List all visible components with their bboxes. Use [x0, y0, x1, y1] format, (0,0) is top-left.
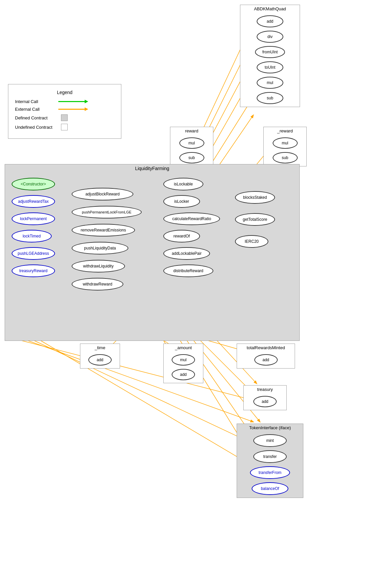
abdk-nodes: add div fromUInt toUInt mul sub	[240, 13, 300, 107]
calculaterewardratio-node: calculateRewardRatio	[163, 212, 220, 225]
svg-line-27	[27, 340, 253, 422]
totalrewardsminted-nodes: add	[237, 352, 295, 368]
legend-undefined-sample	[61, 124, 68, 130]
_time-contract-box: _time add	[80, 344, 120, 369]
_amount-title: _amount	[164, 344, 203, 352]
reward-nodes: mul sub	[170, 135, 213, 166]
ierc20-node: IERC20	[235, 235, 268, 248]
withdrawreward-node: withdrawReward	[72, 278, 123, 290]
removerewardemissions-node: removeRewardEmissions	[72, 224, 135, 236]
reward-contract-box: reward mul sub	[170, 127, 213, 166]
_amount-add-node: add	[172, 369, 195, 380]
abdk-add-node: add	[257, 15, 283, 27]
constructor-node: <Constructor>	[12, 178, 55, 190]
pushliquiditydata-node: pushLiquidityData	[72, 242, 128, 254]
tokeninterface-transferfrom-node: transferFrom	[250, 466, 290, 479]
tokeninterface-contract-box: TokenInterface (iface) mint transfer tra…	[237, 424, 303, 498]
treasury-add-node: add	[253, 396, 277, 407]
withdrawliquidity-node: withdrawLiquidity	[72, 260, 125, 272]
_reward-nodes: mul sub	[264, 135, 306, 166]
treasury-contract-box: treasury add	[243, 385, 287, 410]
reward-sub-node: sub	[179, 152, 204, 163]
reward-title: reward	[170, 127, 213, 135]
treasury-title: treasury	[244, 386, 286, 393]
_reward-title: _reward	[264, 127, 306, 135]
_reward-mul-node: mul	[273, 137, 298, 149]
diagram-container: Legend Internal Call ▶ External Call ▶ D…	[0, 0, 372, 588]
lf-title: LiquidityFarming	[5, 164, 299, 172]
_time-title: _time	[80, 344, 120, 352]
abdk-div-node: div	[257, 31, 283, 43]
abdk-fromuint-node: fromUInt	[255, 46, 285, 58]
liquidity-farming-container: LiquidityFarming <Constructor> adjustRew…	[5, 164, 300, 341]
adjustblockreward-node: adjustBlockReward	[72, 188, 133, 200]
legend-defined-label: Defined Contract	[15, 115, 58, 120]
legend-title: Legend	[15, 90, 114, 95]
lockpermanent-node: lockPermanent	[12, 212, 55, 225]
tokeninterface-mint-node: mint	[253, 434, 287, 447]
_amount-nodes: mul add	[164, 352, 203, 383]
legend-box: Legend Internal Call ▶ External Call ▶ D…	[8, 84, 121, 139]
treasuryreward-node: treasuryReward	[12, 264, 55, 277]
svg-line-28	[20, 340, 253, 400]
distributereward-node: distributeReward	[163, 264, 213, 277]
reward-mul-node: mul	[179, 137, 204, 149]
legend-undefined-contract: Undefined Contract	[15, 124, 114, 130]
totalrewardsminted-title: totalRewardsMinted	[237, 344, 295, 352]
_amount-contract-box: _amount mul add	[163, 344, 203, 383]
legend-undefined-label: Undefined Contract	[15, 125, 58, 130]
_time-nodes: add	[80, 352, 120, 368]
abdk-sub-node: sub	[257, 92, 283, 104]
tokeninterface-balanceof-node: balanceOf	[252, 482, 288, 495]
pushpermanentlockfromlge-node: pushPermanentLockFromLGE	[72, 206, 142, 218]
locktimed-node: lockTimed	[12, 230, 52, 242]
rewardof-node: rewardOf	[163, 230, 200, 242]
addlockablepair-node: addLockablePair	[163, 247, 210, 260]
tokeninterface-title: TokenInterface (iface)	[237, 424, 303, 432]
legend-defined-sample	[61, 114, 68, 121]
adjustrewardtax-node: adjustRewardTax	[12, 195, 55, 208]
legend-internal-call: Internal Call ▶	[15, 99, 114, 104]
svg-line-26	[40, 340, 260, 470]
legend-defined-contract: Defined Contract	[15, 114, 114, 121]
islocker-node: isLocker	[163, 195, 200, 208]
abdk-contract-box: ABDKMathQuad add div fromUInt toUInt mul…	[240, 5, 300, 107]
abdk-title: ABDKMathQuad	[240, 5, 300, 13]
pushlgeaddress-node: pushLGEAddress	[12, 247, 55, 260]
treasury-nodes: add	[244, 393, 286, 410]
_time-add-node: add	[88, 354, 112, 366]
svg-line-25	[33, 340, 260, 447]
islockable-node: isLockable	[163, 178, 203, 190]
totalrewardsminted-contract-box: totalRewardsMinted add	[237, 344, 295, 369]
_reward-sub-node: sub	[273, 152, 298, 163]
_amount-mul-node: mul	[172, 354, 195, 366]
tokeninterface-transfer-node: transfer	[253, 450, 287, 463]
gettotalscore-node: getTotalScore	[235, 213, 275, 226]
abdk-mul-node: mul	[257, 77, 283, 89]
legend-external-label: External Call	[15, 107, 58, 112]
legend-external-call: External Call ▶	[15, 107, 114, 112]
abdk-touint-node: toUInt	[257, 61, 283, 73]
tokeninterface-nodes: mint transfer transferFrom balanceOf	[237, 432, 303, 498]
legend-internal-label: Internal Call	[15, 99, 58, 104]
blocksstaked-node: blocksStaked	[235, 191, 275, 204]
_reward-contract-box: _reward mul sub	[263, 127, 307, 166]
totalrewardsminted-add-node: add	[254, 354, 278, 366]
